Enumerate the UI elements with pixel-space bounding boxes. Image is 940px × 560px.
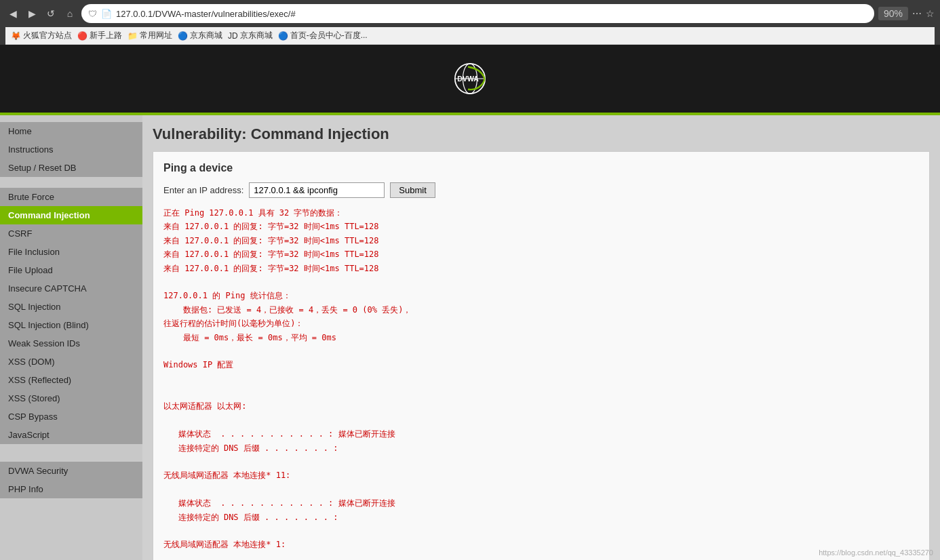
- bookmark-label-5: 京东商城: [240, 30, 273, 41]
- sidebar-divider-2: [0, 448, 142, 455]
- bookmark-label-4: 京东商城: [190, 30, 222, 41]
- sidebar-item-instructions[interactable]: Instructions: [0, 140, 142, 159]
- browser-titlebar: ◀ ▶ ↺ ⌂ 🛡 📄 90% ⋯ ☆: [5, 4, 935, 23]
- bookmark-item-2[interactable]: 🔴 新手上路: [77, 30, 122, 41]
- sidebar: Home Instructions Setup / Reset DB Brute…: [0, 115, 142, 560]
- bookmark-item-3[interactable]: 📁 常用网址: [128, 30, 172, 41]
- sidebar-divider-1: [0, 181, 142, 188]
- sidebar-item-dvwasecurity[interactable]: DVWA Security: [0, 462, 142, 480]
- address-bar[interactable]: 🛡 📄: [81, 4, 874, 23]
- bookmark-icon-4: 🔵: [178, 31, 188, 41]
- sidebar-item-csrf[interactable]: CSRF: [0, 224, 142, 243]
- sidebar-item-sqlinjection[interactable]: SQL Injection: [0, 298, 142, 316]
- bookmark-item-5[interactable]: JD 京东商城: [228, 30, 273, 41]
- page-wrapper: DVWA Home Instructions Setup / Reset DB …: [0, 45, 940, 560]
- page-icon: 📄: [101, 9, 112, 19]
- sidebar-item-weaksessionids[interactable]: Weak Session IDs: [0, 334, 142, 353]
- sidebar-bottom-section: DVWA Security PHP Info: [0, 462, 142, 498]
- dvwa-logo-svg: DVWA: [446, 58, 494, 99]
- sidebar-item-bruteforce[interactable]: Brute Force: [0, 188, 142, 206]
- command-output: 正在 Ping 127.0.0.1 具有 32 字节的数据： 来自 127.0.…: [163, 206, 919, 560]
- bookmarks-bar: 🦊 火狐官方站点 🔴 新手上路 📁 常用网址 🔵 京东商城 JD 京东商城 🔵 …: [5, 27, 935, 45]
- sidebar-item-commandinjection[interactable]: Command Injection: [0, 206, 142, 224]
- bookmark-icon-1: 🦊: [11, 31, 21, 41]
- browser-tools: 90% ⋯ ☆: [878, 7, 935, 20]
- bookmark-star-icon[interactable]: ☆: [926, 8, 935, 19]
- ip-address-input[interactable]: [249, 182, 385, 198]
- sidebar-item-home[interactable]: Home: [0, 122, 142, 140]
- sidebar-top-section: Home Instructions Setup / Reset DB: [0, 122, 142, 177]
- sidebar-item-sqlinjectionblind[interactable]: SQL Injection (Blind): [0, 316, 142, 334]
- bookmark-label-2: 新手上路: [90, 30, 122, 41]
- vuln-box: Ping a device Enter an IP address: Submi…: [153, 151, 930, 560]
- ping-form: Enter an IP address: Submit: [163, 182, 919, 198]
- sidebar-item-javascript[interactable]: JavaScript: [0, 426, 142, 444]
- home-button[interactable]: ⌂: [62, 6, 77, 21]
- vuln-box-title: Ping a device: [163, 162, 919, 174]
- bookmark-label-6: 首页-会员中心-百度...: [290, 30, 368, 41]
- forward-button[interactable]: ▶: [24, 6, 39, 21]
- sidebar-item-xssdom[interactable]: XSS (DOM): [0, 353, 142, 371]
- bookmark-label-3: 常用网址: [140, 30, 172, 41]
- bookmark-icon-5: JD: [228, 31, 238, 41]
- ping-form-label: Enter an IP address:: [163, 185, 243, 195]
- submit-button[interactable]: Submit: [390, 182, 435, 198]
- bookmark-item-1[interactable]: 🦊 火狐官方站点: [11, 30, 72, 41]
- bookmark-item-6[interactable]: 🔵 首页-会员中心-百度...: [278, 30, 368, 41]
- sidebar-item-fileupload[interactable]: File Upload: [0, 261, 142, 279]
- sidebar-item-phpinfo[interactable]: PHP Info: [0, 480, 142, 498]
- sidebar-item-setup[interactable]: Setup / Reset DB: [0, 159, 142, 177]
- bookmark-item-4[interactable]: 🔵 京东商城: [178, 30, 222, 41]
- sidebar-item-cspbypass[interactable]: CSP Bypass: [0, 407, 142, 426]
- page-title: Vulnerability: Command Injection: [153, 125, 930, 143]
- sidebar-item-fileinclusion[interactable]: File Inclusion: [0, 243, 142, 261]
- main-layout: Home Instructions Setup / Reset DB Brute…: [0, 115, 940, 560]
- sidebar-mid-section: Brute Force Command Injection CSRF File …: [0, 188, 142, 444]
- dvwa-header: DVWA: [0, 45, 940, 115]
- sidebar-item-xssstored[interactable]: XSS (Stored): [0, 389, 142, 407]
- bookmark-icon-2: 🔴: [77, 31, 87, 41]
- watermark: https://blog.csdn.net/qq_43335270: [819, 548, 933, 557]
- sidebar-item-insecurecaptcha[interactable]: Insecure CAPTCHA: [0, 279, 142, 298]
- back-button[interactable]: ◀: [5, 6, 20, 21]
- svg-text:DVWA: DVWA: [457, 75, 479, 83]
- menu-button[interactable]: ⋯: [912, 8, 922, 19]
- sidebar-item-xssreflected[interactable]: XSS (Reflected): [0, 371, 142, 389]
- bookmark-label-1: 火狐官方站点: [23, 30, 72, 41]
- url-input[interactable]: [116, 9, 867, 19]
- bookmark-icon-3: 📁: [128, 31, 138, 41]
- security-shield-icon: 🛡: [88, 9, 97, 19]
- content-area: Vulnerability: Command Injection Ping a …: [142, 115, 940, 560]
- zoom-level[interactable]: 90%: [878, 7, 908, 20]
- bookmark-icon-6: 🔵: [278, 31, 288, 41]
- reload-button[interactable]: ↺: [43, 6, 58, 21]
- browser-chrome: ◀ ▶ ↺ ⌂ 🛡 📄 90% ⋯ ☆ 🦊 火狐官方站点 🔴 新手上路 📁 常用…: [0, 0, 940, 45]
